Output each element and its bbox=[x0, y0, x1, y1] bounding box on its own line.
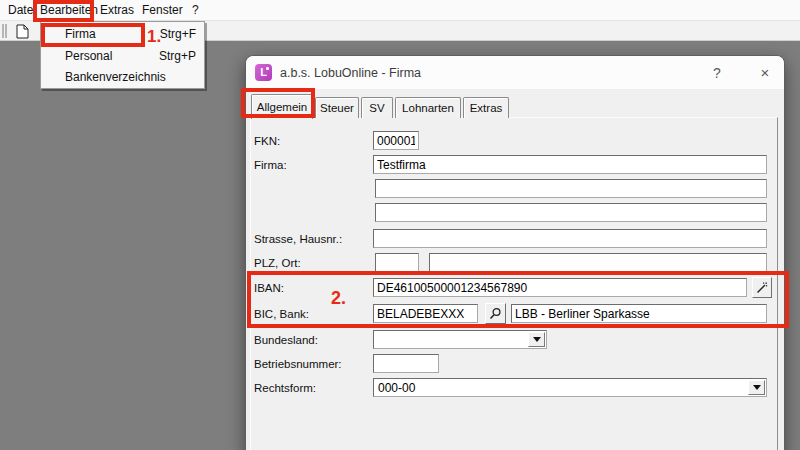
firma-input[interactable] bbox=[373, 155, 767, 174]
chevron-down-icon bbox=[533, 337, 541, 342]
dialog-title-bar[interactable]: L a.b.s. LobuOnline - Firma ? × bbox=[246, 56, 784, 90]
tab-strip: Allgemein Steuer SV Lohnarten Extras bbox=[251, 93, 511, 118]
lobuonline-logo-icon: L bbox=[255, 64, 272, 81]
magnifier-icon bbox=[489, 307, 502, 320]
chevron-down-icon bbox=[753, 385, 761, 390]
tab-allgemein[interactable]: Allgemein bbox=[251, 94, 313, 119]
menu-item-firma-label: Firma bbox=[65, 27, 96, 41]
annotation-step-1: 1. bbox=[147, 27, 161, 47]
menu-item-personal-label: Personal bbox=[65, 49, 112, 63]
menu-item-bankenverzeichnis[interactable]: Bankenverzeichnis bbox=[42, 67, 203, 88]
bank-search-button[interactable] bbox=[485, 303, 506, 324]
bearbeiten-dropdown-menu: Firma Strg+F Personal Strg+P Bankenverze… bbox=[40, 21, 205, 89]
bank-name-input[interactable] bbox=[511, 304, 767, 323]
firma-label: Firma: bbox=[254, 159, 287, 171]
menu-bar: Datei Bearbeiten Extras Fenster ? bbox=[0, 0, 800, 21]
menu-extras[interactable]: Extras bbox=[96, 0, 138, 21]
strasse-input[interactable] bbox=[373, 229, 767, 248]
rechtsform-label: Rechtsform: bbox=[254, 382, 316, 394]
bundesland-label: Bundesland: bbox=[254, 334, 318, 346]
fkn-input[interactable] bbox=[373, 131, 419, 150]
new-document-button[interactable] bbox=[12, 23, 32, 40]
dialog-help-button[interactable]: ? bbox=[702, 56, 732, 90]
fkn-label: FKN: bbox=[254, 135, 280, 147]
firma-dialog: L a.b.s. LobuOnline - Firma ? × Allgemei… bbox=[245, 55, 785, 450]
new-document-icon bbox=[16, 24, 29, 39]
pencil-wand-icon bbox=[756, 282, 768, 294]
rechtsform-select[interactable]: 000-00 bbox=[373, 378, 767, 397]
bic-bank-label: BIC, Bank: bbox=[254, 308, 309, 320]
menu-fenster[interactable]: Fenster bbox=[138, 0, 187, 21]
dialog-close-button[interactable]: × bbox=[750, 56, 780, 90]
strasse-label: Strasse, Hausnr.: bbox=[254, 233, 342, 245]
menu-item-firma-shortcut: Strg+F bbox=[160, 24, 196, 45]
toolbar-grip[interactable] bbox=[2, 24, 7, 38]
application-window: Datei Bearbeiten Extras Fenster ? Firma … bbox=[0, 0, 800, 450]
firma-extra2-input[interactable] bbox=[375, 203, 767, 222]
tab-extras[interactable]: Extras bbox=[463, 97, 509, 118]
menu-item-firma[interactable]: Firma Strg+F bbox=[42, 24, 203, 45]
iban-input[interactable] bbox=[373, 278, 747, 297]
iban-generate-button[interactable] bbox=[752, 277, 772, 298]
ort-input[interactable] bbox=[429, 253, 767, 272]
menu-item-personal-shortcut: Strg+P bbox=[159, 46, 196, 67]
tab-lohnarten[interactable]: Lohnarten bbox=[395, 97, 461, 118]
annotation-step-2: 2. bbox=[331, 288, 346, 309]
betriebsnummer-input[interactable] bbox=[373, 354, 439, 373]
menu-item-personal[interactable]: Personal Strg+P bbox=[42, 46, 203, 67]
plz-ort-label: PLZ, Ort: bbox=[254, 257, 301, 269]
betriebsnummer-label: Betriebsnummer: bbox=[254, 358, 342, 370]
rechtsform-value: 000-00 bbox=[378, 381, 415, 395]
plz-input[interactable] bbox=[375, 253, 419, 272]
menu-datei[interactable]: Datei bbox=[4, 0, 40, 21]
tab-steuer[interactable]: Steuer bbox=[315, 97, 359, 118]
bundesland-dropdown-button[interactable] bbox=[528, 332, 545, 347]
tab-sv[interactable]: SV bbox=[361, 97, 393, 118]
menu-bearbeiten[interactable]: Bearbeiten bbox=[36, 0, 102, 21]
menu-item-bankenverzeichnis-label: Bankenverzeichnis bbox=[65, 70, 166, 84]
rechtsform-dropdown-button[interactable] bbox=[748, 380, 765, 395]
menu-help[interactable]: ? bbox=[188, 0, 203, 21]
bundesland-select[interactable] bbox=[373, 330, 547, 349]
bic-input[interactable] bbox=[373, 304, 478, 323]
iban-label: IBAN: bbox=[254, 282, 284, 294]
dialog-title: a.b.s. LobuOnline - Firma bbox=[280, 56, 421, 90]
firma-extra1-input[interactable] bbox=[375, 179, 767, 198]
